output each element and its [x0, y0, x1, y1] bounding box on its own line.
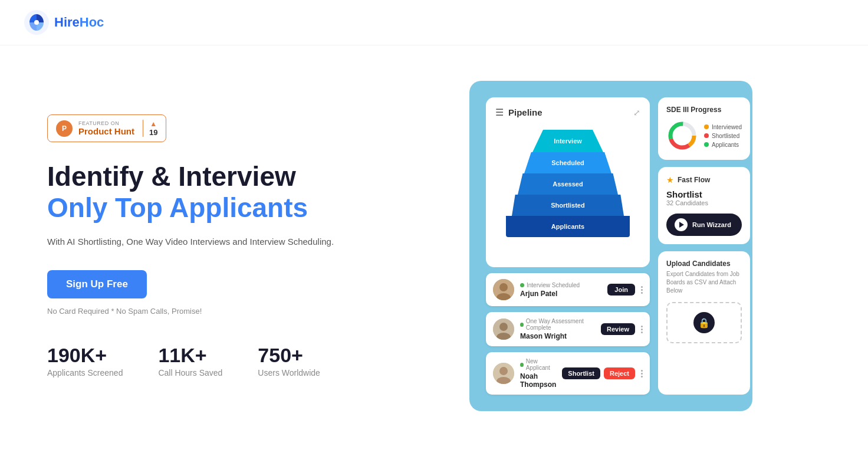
cand-info-arjun: Interview Scheduled Arjun Patel: [520, 282, 601, 298]
avatar-arjun: [493, 279, 514, 300]
dots-menu-noah[interactable]: [641, 370, 643, 378]
pipeline-card: ☰ Pipeline ⤢ Interview Scheduled Assesse…: [486, 97, 650, 267]
stat-users: 750+ Users Worldwide: [258, 344, 320, 378]
stat-hours: 11K+ Call Hours Saved: [158, 344, 222, 378]
cand-status-noah: New Applicant: [520, 358, 556, 371]
ph-arrow-icon: ▲: [150, 120, 157, 128]
cand-status-mason: One Way Assessment Complete: [520, 318, 595, 331]
fastflow-card: ★ Fast Flow Shortlist 32 Candidates Run …: [658, 167, 750, 244]
funnel-applicants: Applicants: [506, 216, 630, 237]
fastflow-title: Fast Flow: [678, 176, 710, 184]
logo-icon: [24, 9, 50, 35]
stat-applicants-num: 190K+: [47, 344, 123, 367]
legend-label-interviewed: Interviewed: [712, 124, 742, 130]
funnel-scheduled: Scheduled: [524, 152, 611, 173]
cand-actions-noah: Shortlist Reject: [562, 367, 635, 379]
pipeline-header: ☰ Pipeline ⤢: [495, 107, 640, 118]
cand-actions-mason: Review: [601, 323, 635, 335]
join-button-arjun[interactable]: Join: [607, 284, 635, 296]
dots-menu-arjun[interactable]: [641, 286, 643, 294]
star-icon: ★: [666, 175, 674, 185]
fastflow-candidates: 32 Candidates: [666, 199, 742, 206]
dots-menu-mason[interactable]: [641, 326, 643, 333]
no-card-text: No Card Required * No Spam Calls, Promis…: [47, 307, 354, 316]
lock-icon: 🔒: [698, 317, 710, 329]
fastflow-header: ★ Fast Flow: [666, 175, 742, 185]
progress-legend: Interviewed Shortlisted Applicants: [704, 124, 742, 148]
run-wizzard-button[interactable]: Run Wizzard: [666, 214, 742, 236]
shortlist-button-noah[interactable]: Shortlist: [562, 367, 600, 379]
legend-applicants: Applicants: [704, 142, 742, 148]
svg-point-6: [499, 323, 508, 331]
legend-shortlisted: Shortlisted: [704, 133, 742, 139]
progress-card: SDE III Progress Interviewe: [658, 97, 750, 160]
upload-card: Upload Candidates Export Candidates from…: [658, 251, 750, 395]
ph-text: FEATURED ON Product Hunt: [78, 120, 134, 136]
stat-hours-num: 11K+: [158, 344, 222, 367]
cand-name-arjun: Arjun Patel: [520, 290, 601, 298]
review-button-mason[interactable]: Review: [601, 323, 635, 335]
cand-status-text-noah: New Applicant: [526, 358, 557, 371]
lock-icon-container: 🔒: [693, 312, 715, 333]
main-content: P FEATURED ON Product Hunt ▲ 19 Identify…: [0, 45, 868, 447]
logo-text: HireHoc: [54, 15, 104, 30]
hero-subtitle: With AI Shortlisting, One Way Video Inte…: [47, 235, 354, 249]
legend-dot-interviewed: [704, 124, 709, 129]
stat-users-label: Users Worldwide: [258, 368, 320, 378]
cand-status-text-mason: One Way Assessment Complete: [526, 318, 595, 331]
legend-interviewed: Interviewed: [704, 124, 742, 130]
candidate-card-mason: One Way Assessment Complete Mason Wright…: [486, 312, 650, 346]
logo[interactable]: HireHoc: [24, 9, 104, 35]
cand-status-arjun: Interview Scheduled: [520, 282, 601, 288]
cand-actions-arjun: Join: [607, 284, 635, 296]
funnel-interview: Interview: [532, 130, 603, 152]
expand-icon[interactable]: ⤢: [633, 108, 640, 117]
cand-status-text-arjun: Interview Scheduled: [527, 282, 580, 288]
pipeline-icon: ☰: [495, 107, 504, 118]
logo-hire: Hire: [54, 15, 80, 29]
funnel-chart: Interview Scheduled Assessed Shortlisted…: [495, 125, 640, 242]
fastflow-shortlist-label: Shortlist: [666, 189, 742, 199]
upload-desc: Export Candidates from Job Boards as CSV…: [666, 270, 742, 295]
play-icon: [675, 218, 688, 231]
cand-name-mason: Mason Wright: [520, 332, 595, 340]
signup-free-button[interactable]: Sign Up Free: [47, 270, 147, 298]
pipeline-title-row: ☰ Pipeline: [495, 107, 542, 118]
cand-info-mason: One Way Assessment Complete Mason Wright: [520, 318, 595, 340]
product-hunt-badge[interactable]: P FEATURED ON Product Hunt ▲ 19: [47, 114, 166, 142]
avatar-noah: [493, 363, 514, 384]
run-wizzard-label: Run Wizzard: [692, 221, 731, 228]
svg-point-1: [34, 20, 39, 25]
bottom-section: Boost your Interview-to-Hire Ratio: [0, 447, 868, 453]
navbar: HireHoc: [0, 0, 868, 45]
avatar-mason: [493, 319, 514, 340]
ph-featured-label: FEATURED ON: [78, 120, 134, 126]
legend-dot-applicants: [704, 142, 709, 147]
hero-title-line1: Identify & Interview Only Top Applicants: [47, 161, 354, 224]
donut-chart: [666, 120, 698, 152]
logo-hoc: Hoc: [80, 15, 104, 29]
dashboard-mockup: ☰ Pipeline ⤢ Interview Scheduled Assesse…: [469, 81, 752, 411]
ph-number: 19: [149, 128, 157, 137]
ph-product-hunt-name: Product Hunt: [78, 126, 134, 136]
ph-vote-count: ▲ 19: [143, 120, 157, 137]
legend-label-shortlisted: Shortlisted: [712, 133, 739, 139]
funnel-shortlisted: Shortlisted: [512, 195, 624, 216]
stat-users-num: 750+: [258, 344, 320, 367]
upload-dropzone[interactable]: 🔒: [666, 302, 742, 343]
legend-dot-shortlisted: [704, 133, 709, 138]
right-panel: SDE III Progress Interviewe: [658, 97, 750, 395]
cand-name-noah: Noah Thompson: [520, 372, 556, 389]
svg-point-3: [499, 283, 508, 291]
stat-applicants: 190K+ Applicants Screened: [47, 344, 123, 378]
left-column: P FEATURED ON Product Hunt ▲ 19 Identify…: [47, 114, 354, 377]
svg-point-9: [499, 367, 508, 375]
reject-button-noah[interactable]: Reject: [604, 367, 635, 379]
right-column: ☰ Pipeline ⤢ Interview Scheduled Assesse…: [401, 81, 821, 411]
candidate-card-noah: New Applicant Noah Thompson Shortlist Re…: [486, 352, 650, 395]
cand-info-noah: New Applicant Noah Thompson: [520, 358, 556, 389]
status-dot-noah: [520, 363, 524, 367]
ph-logo-circle: P: [56, 120, 73, 137]
upload-title: Upload Candidates: [666, 260, 742, 268]
pipeline-title: Pipeline: [508, 107, 542, 117]
